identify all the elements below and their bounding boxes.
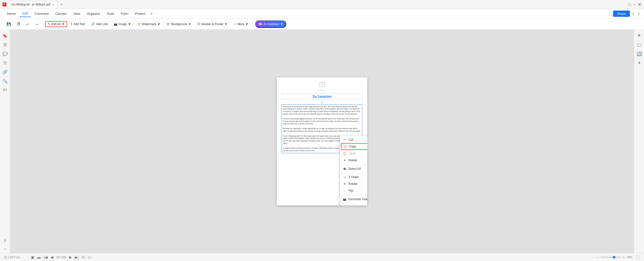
- more-dropdown-icon: ▼: [245, 22, 248, 26]
- ctx-rotate[interactable]: ↻ Rotate ►: [340, 181, 367, 187]
- page-info: 10 / 233: [56, 256, 66, 259]
- scroll-mode-btn[interactable]: ▭: [87, 255, 92, 260]
- sidebar-tag-icon[interactable]: 🏷: [1, 86, 9, 94]
- upload-icon[interactable]: ⇧: [632, 12, 635, 16]
- ctx-generate-image[interactable]: 📷 Generate Image: [340, 196, 367, 203]
- ctx-select-all[interactable]: ▦ Select All: [340, 166, 367, 172]
- menu-comment[interactable]: Comment: [31, 11, 52, 17]
- menu-form[interactable]: Form: [118, 11, 131, 17]
- menu-edit[interactable]: Edit: [19, 10, 31, 17]
- restore-btn[interactable]: □: [628, 2, 631, 7]
- right-sidebar-icon-1[interactable]: 👁: [635, 32, 643, 40]
- menu-home[interactable]: Home: [4, 11, 19, 17]
- menu-organize[interactable]: Organize: [84, 11, 103, 17]
- cut-icon: ✂: [343, 138, 346, 141]
- image-icon: 📷: [114, 22, 117, 26]
- expand-icon[interactable]: ↗: [637, 12, 640, 16]
- menu-convert[interactable]: Convert: [52, 11, 70, 17]
- pdf-title[interactable]: The Transaction: [282, 94, 362, 99]
- minimize-btn[interactable]: −: [633, 2, 636, 7]
- background-icon: ☕: [166, 22, 170, 26]
- redo-btn[interactable]: ⤻: [33, 21, 41, 27]
- next-page-btn[interactable]: ▶: [68, 255, 73, 260]
- ctx-paste[interactable]: 📋 Paste: [340, 150, 367, 157]
- left-sidebar: 🔖 ☰ 💬 ☷ 🔗 🔍 🏷 ? ▲: [0, 30, 10, 253]
- new-btn[interactable]: 🗍: [14, 21, 23, 27]
- ctx-alignment[interactable]: ☰ Alignment ►: [340, 204, 367, 205]
- edit-all-btn[interactable]: ✎ Edit All ▼: [45, 21, 67, 27]
- zoom-in-icon[interactable]: +: [623, 255, 625, 259]
- status-right: − + 75% ⛶: [597, 255, 640, 259]
- close-btn[interactable]: ✕: [638, 2, 641, 7]
- page-number-box: 1: [319, 82, 325, 87]
- sidebar-comments-icon[interactable]: 💬: [1, 50, 9, 58]
- last-page-btn[interactable]: ▶|: [74, 255, 80, 260]
- main-content-area: 1 ~~~~~ The Transaction A school in Conn…: [10, 30, 634, 253]
- fit-width-btn[interactable]: ▬: [36, 255, 42, 260]
- file-tab[interactable]: On-Writing-W...er-William.pdf ×: [8, 1, 57, 8]
- sidebar-layers-icon[interactable]: ☰: [1, 41, 9, 49]
- ctx-separator-3: [340, 195, 367, 195]
- z-order-icon: ▭: [343, 176, 346, 179]
- page-dimensions: 21 x 29.7 cm: [4, 256, 20, 259]
- ctx-delete[interactable]: ✕ Delete: [340, 157, 367, 164]
- menu-view[interactable]: View: [70, 11, 83, 17]
- fit-page-btn[interactable]: ▣: [30, 255, 35, 260]
- menu-protect[interactable]: Protect: [132, 11, 148, 17]
- share-button[interactable]: Share: [613, 11, 630, 17]
- watermark-btn[interactable]: 📝 Watermark ▼: [134, 21, 163, 27]
- toolbar: 💾 🗍 ⤺ ⤻ ✎ Edit All ▼ T Add Text 🔗 Add Li…: [0, 19, 644, 30]
- header-footer-btn[interactable]: ☰ Header & Footer ▼: [195, 21, 230, 27]
- image-btn[interactable]: 📷 Image ▼: [111, 21, 133, 27]
- header-footer-icon: ☰: [197, 22, 200, 26]
- title-bar-left: P On-Writing-W...er-William.pdf × +: [3, 1, 64, 8]
- page-number-area: 1: [282, 82, 362, 87]
- tab-close-btn[interactable]: ×: [52, 3, 54, 6]
- flip-icon: ↔: [343, 189, 346, 192]
- right-sidebar-icon-3[interactable]: 🔄: [635, 50, 643, 58]
- edit-icon: ✎: [48, 22, 50, 26]
- add-link-btn[interactable]: 🔗 Add Link: [89, 21, 110, 27]
- menu-tools[interactable]: Tools: [104, 11, 117, 17]
- rotate-view-btn[interactable]: ↻: [81, 255, 86, 260]
- app-icon: P: [3, 3, 7, 7]
- zoom-slider[interactable]: [601, 257, 621, 258]
- background-btn[interactable]: ☕ Background ▼: [164, 21, 194, 27]
- generate-image-icon: 📷: [343, 197, 346, 201]
- sidebar-link-icon[interactable]: 🔗: [1, 68, 9, 76]
- paste-icon: 📋: [343, 152, 346, 155]
- sidebar-help-icon[interactable]: ?: [1, 237, 9, 245]
- sidebar-search-icon[interactable]: 🔍: [1, 77, 9, 85]
- header-footer-dropdown-icon: ▼: [224, 22, 227, 26]
- select-all-icon: ▦: [343, 167, 346, 171]
- context-menu: ✂ Cut 📋 Copy 📋 Paste ✕ Delete ▦ Select A…: [340, 135, 367, 205]
- sidebar-list-icon[interactable]: ☷: [1, 59, 9, 67]
- add-text-icon: T: [71, 22, 72, 26]
- prev-page-btn[interactable]: ◀: [50, 255, 54, 260]
- add-text-btn[interactable]: T Add Text: [68, 21, 88, 27]
- zoom-out-icon[interactable]: −: [597, 255, 599, 259]
- ai-dropdown-icon: ▼: [280, 22, 283, 26]
- sidebar-bookmark-icon[interactable]: 🔖: [1, 32, 9, 40]
- right-sidebar: 👁 ▢ 🔄 ☀: [634, 30, 644, 253]
- ai-assistant-btn[interactable]: 🧠 AI Assistant ▼: [255, 20, 286, 28]
- fullscreen-icon[interactable]: ⛶: [636, 255, 640, 259]
- ctx-copy[interactable]: 📋 Copy: [341, 143, 367, 150]
- toolbar-sep-1: [43, 21, 43, 27]
- ctx-cut[interactable]: ✂ Cut: [340, 136, 367, 143]
- navigation-controls: ▣ ▬ |◀ ◀ 10 / 233 ▶ ▶| ↻ ▭: [30, 255, 92, 260]
- ctx-separator-4: [340, 203, 367, 204]
- ctx-flip[interactable]: ↔ Flip ►: [340, 187, 367, 194]
- save-btn[interactable]: 💾: [4, 21, 13, 27]
- new-tab-btn[interactable]: +: [59, 2, 64, 7]
- more-btn[interactable]: ⋯ More ▼: [231, 21, 251, 27]
- right-sidebar-icon-4[interactable]: ☀: [635, 59, 643, 67]
- copy-icon: 📋: [343, 145, 347, 148]
- ctx-z-order[interactable]: ▭ Z Order ►: [340, 174, 367, 181]
- right-sidebar-icon-2[interactable]: ▢: [635, 41, 643, 49]
- delete-icon: ✕: [343, 159, 346, 162]
- first-page-btn[interactable]: |◀: [43, 255, 49, 260]
- sidebar-expand-icon: ▲: [4, 247, 6, 250]
- zoom-thumb: [613, 256, 615, 258]
- undo-btn[interactable]: ⤺: [24, 21, 32, 27]
